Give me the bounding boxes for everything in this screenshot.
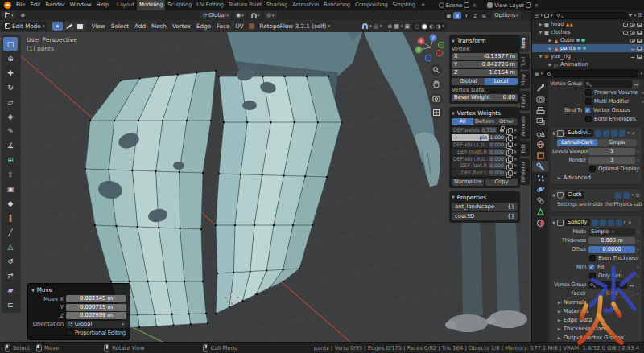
snapping-toggle[interactable]: ▾ (249, 11, 262, 19)
viewport-menu[interactable]: Mesh (148, 23, 169, 30)
tab-particles[interactable] (532, 172, 548, 183)
copy-weight-icon[interactable] (506, 128, 512, 133)
expand-arrow-icon[interactable]: ▶ (538, 22, 543, 27)
options-dropdown[interactable]: Options▾ (492, 11, 521, 19)
topbar-menu[interactable]: Edit (27, 0, 43, 10)
delete-weight-icon[interactable]: × (513, 134, 518, 141)
tool-rotate[interactable]: ↻ (3, 80, 18, 94)
xray-toggle-icon[interactable]: ▣ (404, 23, 410, 30)
zoom-icon[interactable] (431, 64, 443, 76)
delete-weight-icon[interactable]: × (513, 156, 518, 162)
copy-button[interactable]: Copy (485, 179, 518, 186)
proportional-editing-checkbox[interactable] (66, 330, 72, 336)
topbar-menu[interactable]: File (14, 0, 27, 10)
realtime-display-toggle[interactable] (608, 220, 614, 226)
vertex-coord-field[interactable]: Y 0.042726 m (452, 61, 518, 68)
sidebar-tab[interactable]: Edit (520, 141, 530, 157)
tool-extrude[interactable]: ⇧ (3, 167, 18, 181)
mirror-x-button[interactable]: X (453, 12, 461, 19)
even-thickness-checkbox[interactable] (589, 255, 596, 261)
vertex-weight-row[interactable]: pin 1.000 × (452, 134, 518, 142)
outliner-row[interactable]: ▶ ▦ ▲ Ψ ▷ head ▲▲ (532, 20, 644, 28)
copy-weight-icon[interactable] (506, 170, 512, 176)
collapse-arrow-icon[interactable]: ▼ (452, 195, 455, 199)
solid-shading-icon[interactable]: ● (421, 23, 427, 30)
copy-weight-icon[interactable] (506, 135, 512, 141)
armature-vertex-group-field[interactable] (584, 80, 632, 88)
tool-poly-build[interactable]: △ (3, 240, 18, 253)
cage-display-toggle[interactable] (600, 220, 606, 226)
viewport-menu[interactable]: View (89, 23, 108, 30)
vertex-weight-row[interactable]: DEF-shin.L.0.. 0.000 × (452, 142, 518, 149)
tool-transform[interactable]: ◈ (3, 109, 18, 123)
viewport-menu[interactable]: Edge (194, 23, 214, 30)
workspace-tab[interactable]: Rendering (321, 0, 353, 10)
weight-value[interactable]: 0.000 (489, 149, 506, 155)
sidebar-tab[interactable]: Animate (520, 113, 530, 139)
invert-vertex-group-button[interactable]: ↔ (633, 80, 640, 88)
modifier-extras-dropdown[interactable]: ▾ (627, 131, 630, 135)
move-field-value[interactable]: 0.002345 m (66, 295, 126, 302)
cursor-tool-button[interactable]: ⊕ (19, 11, 28, 19)
space-toggle-button[interactable]: Global (452, 78, 485, 85)
solidify-section[interactable]: ▶Edge Data (552, 315, 640, 324)
gizmo-z-ball[interactable]: Z (431, 36, 434, 40)
camera-restrict-icon[interactable] (637, 31, 642, 35)
custom-property-button[interactable]: ant_landscape {} (452, 203, 518, 211)
tab-scene[interactable] (532, 127, 548, 138)
modifier-name-field[interactable]: Solidify (565, 219, 590, 226)
solidify-section[interactable]: ▶Output Vertex Groups (552, 333, 640, 342)
proportional-editing-icon[interactable]: ◎ (374, 23, 378, 30)
tool-bevel[interactable]: ◆ (3, 196, 18, 210)
workspace-tab[interactable]: Texture Paint (226, 0, 264, 10)
sidebar-tab[interactable]: Item (520, 35, 530, 52)
mirror-y-button[interactable]: Y (462, 12, 470, 19)
modifier-name-field[interactable]: Cloth (565, 191, 584, 199)
active-tool-button[interactable]: ▾ (2, 11, 16, 19)
topbar-menu[interactable]: Render (43, 0, 68, 10)
retopoflow-menu[interactable]: RetopoFlow 3.2.1 (self)▾ (257, 23, 332, 30)
tab-material[interactable] (532, 217, 548, 228)
invert-vertex-group-button[interactable]: ↔ (628, 281, 635, 289)
render-display-toggle[interactable] (616, 220, 622, 226)
multi-modifier-checkbox[interactable] (585, 98, 592, 105)
factor-value[interactable]: 0.00 (588, 290, 635, 298)
collapse-arrow-icon[interactable]: ▼ (552, 220, 555, 225)
vertex-groups-checkbox[interactable]: ✓ (584, 107, 591, 113)
workspace-tab[interactable]: Sculpting (165, 0, 194, 10)
scene-selector[interactable]: Scene × (439, 2, 478, 9)
tool-add-cube[interactable]: ⊞ (3, 153, 18, 166)
camera-view-icon[interactable] (431, 93, 443, 105)
space-toggle-button[interactable]: Local (485, 78, 518, 85)
workspace-tab[interactable]: Scripting (390, 0, 417, 10)
advanced-section[interactable]: ▶Advanced (552, 173, 640, 182)
modifier-menu-icon[interactable]: ≡ (635, 192, 640, 199)
viewport-menu[interactable]: Select (108, 23, 131, 30)
optimal-display-checkbox[interactable] (589, 166, 596, 172)
gizmo-x-ball[interactable]: X (419, 39, 422, 43)
move-field-value[interactable]: 0.002909 m (66, 312, 126, 319)
tool-shear[interactable]: ▰ (3, 283, 18, 297)
modifier-name-field[interactable]: Subdivi.. (565, 129, 593, 137)
camera-restrict-icon[interactable] (637, 47, 642, 51)
tab-view-layer[interactable] (532, 116, 548, 127)
outliner-row[interactable]: ▶ ▦ ▲ Ψ ▷ Animation ▲▲ (532, 60, 644, 68)
tab-render[interactable] (532, 93, 548, 105)
subdivision-field-value[interactable]: 3 (588, 148, 635, 155)
custom-property-button[interactable]: coat3D {} (452, 212, 518, 220)
perspective-toggle-icon[interactable] (431, 107, 443, 119)
tab-object-data[interactable] (532, 206, 548, 217)
add-workspace-button[interactable]: + (418, 0, 429, 10)
new-collection-icon[interactable]: ⊞ (638, 12, 642, 18)
eye-icon[interactable] (630, 23, 635, 27)
unlink-scene-icon[interactable]: × (471, 2, 477, 9)
render-display-toggle[interactable] (619, 130, 625, 137)
delete-weight-icon[interactable]: × (513, 149, 518, 155)
collapse-arrow-icon[interactable]: ▼ (552, 131, 555, 136)
copy-weight-icon[interactable] (506, 149, 512, 154)
workspace-tab[interactable]: UV Editing (194, 0, 225, 10)
tool-cursor[interactable]: ⊕ (3, 51, 18, 65)
sidebar-tab[interactable]: Rigify (520, 91, 530, 111)
bone-envelopes-checkbox[interactable] (585, 116, 592, 122)
workspace-tab[interactable]: Compositing (353, 0, 390, 10)
